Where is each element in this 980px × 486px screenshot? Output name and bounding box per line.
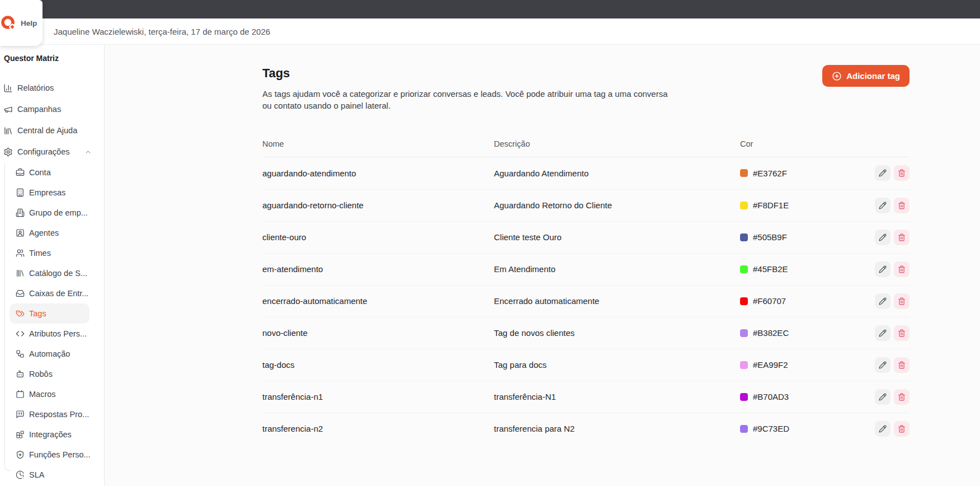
delete-tag-button[interactable] <box>894 293 910 309</box>
tag-description: Encerrado automaticamente <box>494 296 740 306</box>
tag-color-swatch <box>740 169 748 177</box>
tag-color-hex: #F60707 <box>753 296 786 306</box>
sidebar-item-respostas-pro-[interactable]: Respostas Pro... <box>10 404 89 424</box>
sidebar-settings-subnav: Conta Empresas Grupo de emp... Agentes T… <box>0 162 104 485</box>
user-greeting: Jaqueline Waczielewiski, terça-feira, 17… <box>54 27 270 36</box>
tag-description: Tag de novos clientes <box>494 328 740 338</box>
sidebar-item-empresas[interactable]: Empresas <box>10 183 89 203</box>
briefcase-icon <box>16 168 25 177</box>
bot-icon <box>16 370 25 378</box>
delete-tag-button[interactable] <box>894 325 910 341</box>
edit-tag-button[interactable] <box>875 357 891 373</box>
agent-card-icon <box>16 228 25 237</box>
blocks-icon <box>16 430 25 439</box>
chart-column-icon <box>3 83 13 93</box>
pencil-icon <box>879 425 887 433</box>
macro-icon <box>16 390 25 399</box>
delete-tag-button[interactable] <box>894 389 910 405</box>
sidebar-item-configura-es[interactable]: Configurações <box>0 141 104 162</box>
sidebar-nav: Relatórios Campanhas Central de Ajuda Co… <box>0 77 104 162</box>
sidebar-item-caixas-de-entr-[interactable]: Caixas de Entr... <box>10 283 89 303</box>
trash-icon <box>898 233 906 241</box>
building-icon <box>16 188 25 197</box>
sidebar-item-central-de-ajuda[interactable]: Central de Ajuda <box>0 120 104 141</box>
library-icon <box>3 126 13 135</box>
table-row: transferencia-n2 transferencia para N2 #… <box>262 413 910 445</box>
tag-name: transferência-n1 <box>262 392 494 401</box>
pencil-icon <box>879 393 887 401</box>
pencil-icon <box>879 329 887 337</box>
tag-color-swatch <box>740 361 748 369</box>
circle-plus-icon <box>832 71 842 81</box>
clock-alert-icon <box>16 470 25 479</box>
sidebar-item-integra-es[interactable]: Integrações <box>10 424 89 445</box>
delete-tag-button[interactable] <box>894 198 910 213</box>
buildings-icon <box>16 208 25 217</box>
edit-tag-button[interactable] <box>875 325 891 341</box>
pencil-icon <box>879 169 887 177</box>
trash-icon <box>898 265 906 273</box>
inbox-icon <box>16 289 25 298</box>
tag-description: Tag para docs <box>494 360 740 370</box>
workflow-icon <box>16 349 25 358</box>
sidebar-item-automa-o[interactable]: Automação <box>10 344 89 364</box>
delete-tag-button[interactable] <box>894 165 910 181</box>
sidebar-item-agentes[interactable]: Agentes <box>10 223 89 243</box>
edit-tag-button[interactable] <box>875 389 891 405</box>
gear-icon <box>3 147 13 157</box>
edit-tag-button[interactable] <box>875 230 891 245</box>
tag-name: aguardando-retorno-cliente <box>262 200 494 210</box>
sidebar-item-times[interactable]: Times <box>10 243 89 263</box>
table-row: transferência-n1 transferência-N1 #B70AD… <box>262 381 910 413</box>
shield-plus-icon <box>16 450 25 459</box>
sidebar-item-macros[interactable]: Macros <box>10 384 89 404</box>
edit-tag-button[interactable] <box>875 165 891 181</box>
sidebar-item-rob-s[interactable]: Robôs <box>10 364 89 384</box>
table-row: tag-docs Tag para docs #EA99F2 <box>262 349 910 381</box>
questor-logo-icon <box>1 15 17 31</box>
tags-table: Nome Descrição Cor aguardando-atendiment… <box>262 132 910 445</box>
table-row: em-atendimento Em Atendimento #45FB2E <box>262 253 910 285</box>
delete-tag-button[interactable] <box>894 421 910 437</box>
sidebar-item-fun-es-perso-[interactable]: Funções Perso... <box>10 445 89 465</box>
edit-tag-button[interactable] <box>875 198 891 213</box>
sidebar: Questor Matriz Relatórios Campanhas Cent… <box>0 45 105 486</box>
delete-tag-button[interactable] <box>894 261 910 277</box>
top-bar <box>0 0 980 18</box>
tag-description: Em Atendimento <box>494 264 740 274</box>
trash-icon <box>898 361 906 369</box>
quote-bubble-icon <box>16 410 25 419</box>
edit-tag-button[interactable] <box>875 421 891 437</box>
delete-tag-button[interactable] <box>894 230 910 245</box>
sidebar-item-campanhas[interactable]: Campanhas <box>0 99 104 120</box>
trash-icon <box>898 329 906 337</box>
add-tag-button[interactable]: Adicionar tag <box>822 65 910 87</box>
sidebar-item-tags[interactable]: Tags <box>10 303 89 324</box>
tag-name: em-atendimento <box>262 264 494 274</box>
tag-color-hex: #F8DF1E <box>753 200 789 210</box>
pencil-icon <box>879 297 887 305</box>
table-row: aguardando-retorno-cliente Aguardando Re… <box>262 189 910 221</box>
table-header-row: Nome Descrição Cor <box>262 132 910 157</box>
tag-name: transferencia-n2 <box>262 424 494 433</box>
table-row: novo-cliente Tag de novos clientes #B382… <box>262 317 910 349</box>
trash-icon <box>898 297 906 305</box>
page-title: Tags <box>262 66 679 81</box>
tag-color-swatch <box>740 233 748 241</box>
tags-icon <box>16 309 25 318</box>
sidebar-item-sla[interactable]: SLA <box>10 465 89 485</box>
sidebar-item-grupo-de-emp-[interactable]: Grupo de emp... <box>10 203 89 223</box>
sidebar-item-relat-rios[interactable]: Relatórios <box>0 77 104 99</box>
catalog-icon <box>16 269 25 278</box>
chevron-up-icon[interactable] <box>84 148 92 156</box>
tag-color-hex: #E3762F <box>753 169 787 178</box>
sidebar-item-conta[interactable]: Conta <box>10 162 89 183</box>
sidebar-item-cat-logo-de-s-[interactable]: Catálogo de S... <box>10 263 89 283</box>
help-widget[interactable]: Help <box>0 0 43 46</box>
tag-color-hex: #EA99F2 <box>753 360 788 370</box>
edit-tag-button[interactable] <box>875 293 891 309</box>
sidebar-item-atributos-pers-[interactable]: Atributos Pers... <box>10 324 89 344</box>
tag-color-swatch <box>740 329 748 337</box>
edit-tag-button[interactable] <box>875 261 891 277</box>
delete-tag-button[interactable] <box>894 357 910 373</box>
